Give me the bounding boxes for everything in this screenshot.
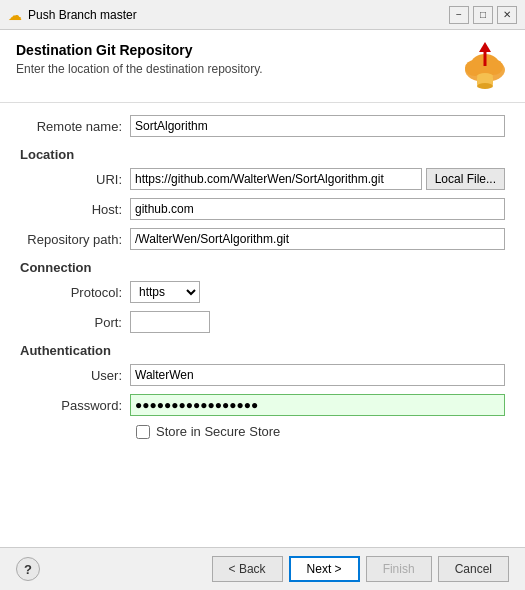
protocol-label: Protocol: xyxy=(20,285,130,300)
secure-store-row: Store in Secure Store xyxy=(20,424,505,439)
finish-button[interactable]: Finish xyxy=(366,556,432,582)
minimize-button[interactable]: − xyxy=(449,6,469,24)
password-row: Password: xyxy=(20,394,505,416)
window-controls: − □ ✕ xyxy=(449,6,517,24)
help-button[interactable]: ? xyxy=(16,557,40,581)
footer-left: ? xyxy=(16,557,40,581)
auth-section-label: Authentication xyxy=(20,343,505,358)
port-row: Port: xyxy=(20,311,505,333)
remote-name-input[interactable] xyxy=(130,115,505,137)
secure-store-checkbox[interactable] xyxy=(136,425,150,439)
repo-path-row: Repository path: xyxy=(20,228,505,250)
svg-marker-5 xyxy=(479,42,491,52)
form-content: Remote name: Location URI: Local File...… xyxy=(0,103,525,547)
host-label: Host: xyxy=(20,202,130,217)
user-label: User: xyxy=(20,368,130,383)
header-title: Destination Git Repository xyxy=(16,42,263,58)
password-input[interactable] xyxy=(130,394,505,416)
title-bar-icon: ☁ xyxy=(8,7,22,23)
dialog-body: Destination Git Repository Enter the loc… xyxy=(0,30,525,590)
repo-path-label: Repository path: xyxy=(20,232,130,247)
header-text: Destination Git Repository Enter the loc… xyxy=(16,42,263,76)
protocol-select[interactable]: https http git ssh xyxy=(130,281,200,303)
footer-right: < Back Next > Finish Cancel xyxy=(212,556,509,582)
svg-point-7 xyxy=(477,73,493,79)
location-section-label: Location xyxy=(20,147,505,162)
header-subtitle: Enter the location of the destination re… xyxy=(16,62,263,76)
upload-icon xyxy=(461,42,509,92)
repo-path-input[interactable] xyxy=(130,228,505,250)
title-bar-title: Push Branch master xyxy=(28,8,443,22)
back-button[interactable]: < Back xyxy=(212,556,283,582)
connection-section-label: Connection xyxy=(20,260,505,275)
port-label: Port: xyxy=(20,315,130,330)
maximize-button[interactable]: □ xyxy=(473,6,493,24)
password-label: Password: xyxy=(20,398,130,413)
host-row: Host: xyxy=(20,198,505,220)
local-file-button[interactable]: Local File... xyxy=(426,168,505,190)
svg-point-8 xyxy=(477,83,493,89)
cancel-button[interactable]: Cancel xyxy=(438,556,509,582)
user-input[interactable] xyxy=(130,364,505,386)
next-button[interactable]: Next > xyxy=(289,556,360,582)
remote-name-label: Remote name: xyxy=(20,119,130,134)
remote-name-row: Remote name: xyxy=(20,115,505,137)
close-button[interactable]: ✕ xyxy=(497,6,517,24)
port-input[interactable] xyxy=(130,311,210,333)
protocol-row: Protocol: https http git ssh xyxy=(20,281,505,303)
uri-input[interactable] xyxy=(130,168,422,190)
user-row: User: xyxy=(20,364,505,386)
footer: ? < Back Next > Finish Cancel xyxy=(0,547,525,590)
uri-row: URI: Local File... xyxy=(20,168,505,190)
title-bar: ☁ Push Branch master − □ ✕ xyxy=(0,0,525,30)
header-section: Destination Git Repository Enter the loc… xyxy=(0,30,525,103)
secure-store-label: Store in Secure Store xyxy=(156,424,280,439)
uri-label: URI: xyxy=(20,172,130,187)
host-input[interactable] xyxy=(130,198,505,220)
